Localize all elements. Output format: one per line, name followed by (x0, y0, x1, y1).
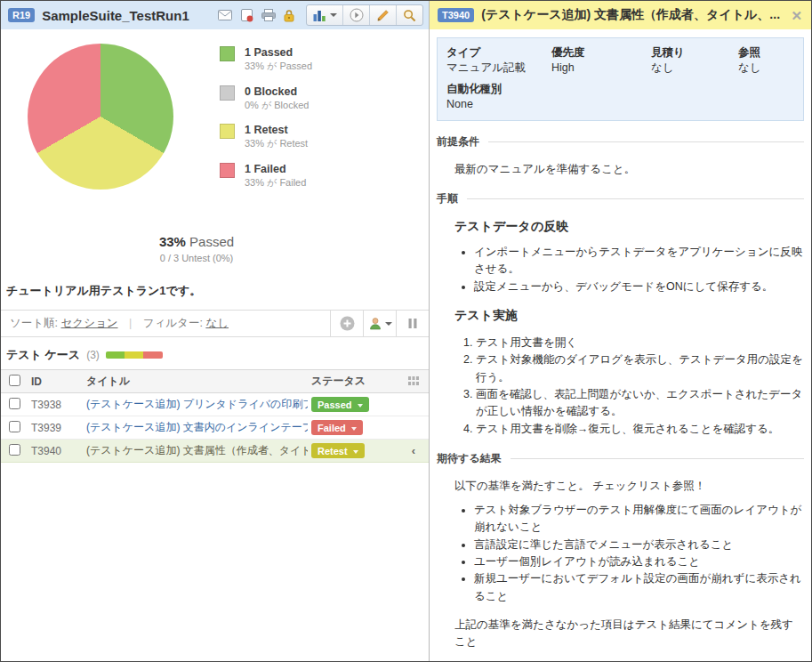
legend-label: 1 Failed (245, 162, 306, 176)
table-header-row: ID タイトル ステータス (1, 370, 429, 393)
list-item: 画面を確認し、表記上問題がないか、エクスポートされたデータが正しい情報かを確認す… (476, 386, 804, 421)
list-item: テスト対象ブラウザーのテスト用解像度にて画面のレイアウトが崩れないこと (474, 502, 804, 537)
column-header-id[interactable]: ID (28, 370, 83, 393)
attribute-label: 優先度 (551, 45, 651, 61)
steps-subheading-2: テスト実施 (454, 308, 804, 324)
steps-subheading-1: テストデータの反映 (454, 219, 804, 235)
list-item: インポートメニューからテストデータをアプリケーションに反映させる。 (474, 244, 804, 279)
row-checkbox[interactable] (9, 444, 20, 456)
pause-icon[interactable] (396, 311, 429, 336)
run-description: チュートリアル用テストラン1です。 (6, 283, 422, 299)
sort-filter-bar: ソート順: セクション | フィルター: なし (1, 310, 429, 337)
app-window: R19 SampleSuite_TestRun1 1 (0, 0, 812, 662)
run-id-badge: R19 (8, 8, 35, 22)
summary-label: Passed (189, 234, 234, 249)
add-icon[interactable] (330, 311, 363, 336)
select-all-checkbox[interactable] (9, 375, 20, 386)
legend-swatch-passed (220, 46, 235, 61)
summary-untested: 0 / 3 Untest (0%) (1, 253, 392, 263)
steps-bullet-list: インポートメニューからテストデータをアプリケーションに反映させる。 設定メニュー… (474, 244, 804, 295)
legend-label: 1 Retest (245, 123, 308, 137)
legend-item-blocked: 0 Blocked 0% が Blocked (220, 85, 312, 112)
table-row[interactable]: T3938 (テストケース追加) プリンタドライバの印刷プレビューと実... P… (1, 393, 429, 416)
table-row-selected[interactable]: T3940 (テストケース追加) 文書属性（作成者、タイトル、組織）を... R… (1, 440, 429, 463)
assignee-filter-button[interactable] (363, 311, 396, 336)
case-title-link[interactable]: (テストケース追加) 文書属性（作成者、タイトル、組織）を... (86, 444, 308, 456)
case-id: T3940 (28, 440, 83, 463)
reports-button[interactable] (307, 5, 342, 25)
case-title: (テストケース追加) 文書属性（作成者、タイトル、... (481, 7, 784, 23)
column-header-status[interactable]: ステータス (308, 370, 398, 393)
email-icon[interactable] (218, 10, 232, 20)
progress-segment-passed (106, 351, 125, 359)
case-id: T3939 (28, 416, 83, 440)
progress-segment-retest (125, 351, 143, 359)
steps-numbered-list: テスト用文書を開く テスト対象機能のダイアログを表示し、テストデータ用の設定を行… (476, 335, 804, 438)
list-item: テスト用文書を開く (476, 335, 804, 351)
expected-intro: 以下の基準を満たすこと。 チェックリスト参照！ (454, 478, 804, 495)
legend-sublabel: 0% が Blocked (245, 99, 309, 111)
section-steps: 手順 (437, 191, 804, 206)
status-badge[interactable]: Retest (311, 443, 365, 458)
status-badge[interactable]: Failed (311, 420, 363, 435)
run-header: R19 SampleSuite_TestRun1 (1, 1, 429, 29)
legend-label: 1 Passed (245, 45, 312, 60)
case-header: T3940 (テストケース追加) 文書属性（作成者、タイトル、... ✕ (430, 1, 811, 29)
separator: | (129, 317, 132, 329)
case-title-link[interactable]: (テストケース追加) プリンタドライバの印刷プレビューと実... (86, 398, 308, 410)
status-badge[interactable]: Passed (311, 397, 369, 412)
attribute-estimate: 見積り なし (651, 45, 738, 76)
attribute-value: なし (738, 61, 794, 76)
search-icon[interactable] (396, 5, 422, 25)
column-header-title[interactable]: タイトル (83, 370, 308, 393)
case-body: タイプ マニュアル記載 優先度 High 見積り なし 参照 なし (430, 29, 811, 661)
attribute-references: 参照 なし (738, 45, 794, 76)
list-item: 言語設定に準じた言語でメニューが表示されること (474, 537, 804, 553)
columns-icon[interactable] (398, 370, 429, 393)
print-icon[interactable] (261, 9, 276, 21)
run-toolbar (218, 4, 423, 26)
sort-value-link[interactable]: セクション (61, 317, 118, 329)
legend-sublabel: 33% が Retest (245, 137, 308, 149)
legend-item-failed: 1 Failed 33% が Failed (220, 162, 312, 190)
section-expected: 期待する結果 (437, 451, 804, 466)
run-title: SampleSuite_TestRun1 (42, 8, 211, 23)
testcases-title: テスト ケース (6, 347, 80, 363)
expected-outro: 上記の基準を満たさなかった項目はテスト結果にてコメントを残すこと (454, 617, 804, 650)
filter-value-link[interactable]: なし (205, 317, 229, 329)
list-item: 新規ユーザーにおいてデフォルト設定の画面が崩れずに表示されること (474, 570, 804, 605)
case-attributes: タイプ マニュアル記載 優先度 High 見積り なし 参照 なし (437, 37, 804, 121)
table-row[interactable]: T3939 (テストケース追加) 文書内のインラインテーブルに番号付き... F… (1, 416, 429, 440)
attribute-value: None (446, 97, 794, 112)
attribute-label: 参照 (738, 45, 794, 61)
case-title-link[interactable]: (テストケース追加) 文書内のインラインテーブルに番号付き... (86, 421, 308, 433)
expected-bullet-list: テスト対象ブラウザーのテスト用解像度にて画面のレイアウトが崩れないこと 言語設定… (474, 502, 804, 605)
legend-swatch-retest (220, 124, 235, 139)
run-toolbar-buttons (306, 4, 423, 26)
filter-label: フィルター: (143, 317, 203, 329)
chevron-down-icon (330, 13, 337, 17)
legend-item-passed: 1 Passed 33% が Passed (220, 45, 312, 73)
close-icon[interactable]: ✕ (791, 9, 802, 22)
status-pie-chart (28, 44, 173, 190)
attribute-automation: 自動化種別 None (446, 82, 794, 112)
section-preconditions: 前提条件 (437, 134, 804, 149)
edit-icon[interactable] (369, 5, 396, 25)
legend-sublabel: 33% が Passed (245, 60, 312, 72)
legend-swatch-blocked (220, 85, 235, 101)
row-checkbox[interactable] (9, 421, 20, 432)
attribute-value: High (551, 61, 651, 76)
attribute-label: 見積り (651, 45, 738, 61)
attribute-label: 自動化種別 (446, 82, 794, 97)
lock-icon[interactable] (284, 9, 294, 22)
row-checkbox[interactable] (9, 398, 20, 409)
rerun-button[interactable] (342, 5, 369, 25)
note-icon[interactable] (240, 9, 253, 22)
sort-filter-text: ソート順: セクション | フィルター: なし (1, 316, 330, 331)
list-item: テスト対象機能のダイアログを表示し、テストデータ用の設定を行う。 (476, 351, 804, 386)
list-item: テスト用文書を削除→復元し、復元されることを確認する。 (476, 421, 804, 438)
chevron-down-icon (385, 322, 392, 326)
testcase-detail-panel: T3940 (テストケース追加) 文書属性（作成者、タイトル、... ✕ タイプ… (430, 1, 811, 661)
list-item: ユーザー個別レイアウトが読み込まれること (474, 553, 804, 570)
attribute-type: タイプ マニュアル記載 (446, 45, 551, 76)
